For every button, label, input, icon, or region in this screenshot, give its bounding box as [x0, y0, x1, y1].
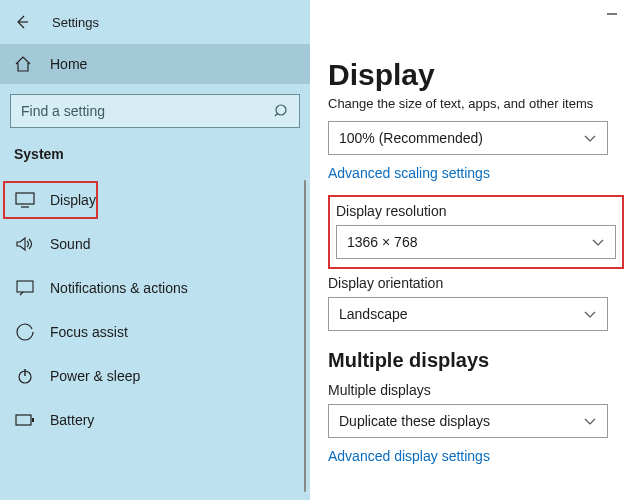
svg-rect-2 — [17, 281, 33, 292]
advanced-scaling-link[interactable]: Advanced scaling settings — [328, 165, 490, 181]
page-title: Display — [328, 58, 621, 92]
titlebar: Settings — [0, 0, 310, 44]
arrow-left-icon — [14, 14, 30, 30]
sidebar-item-battery[interactable]: Battery — [0, 398, 310, 442]
sound-icon — [14, 236, 36, 252]
sidebar: Settings Home System Display — [0, 0, 310, 500]
scale-label: Change the size of text, apps, and other… — [328, 96, 621, 111]
svg-rect-1 — [16, 193, 34, 204]
svg-rect-4 — [16, 415, 31, 425]
multiple-displays-value: Duplicate these displays — [339, 413, 490, 429]
sidebar-item-display[interactable]: Display — [0, 178, 310, 222]
group-heading: System — [0, 132, 310, 170]
resolution-label: Display resolution — [336, 203, 616, 219]
sidebar-item-focus-assist[interactable]: Focus assist — [0, 310, 310, 354]
scale-dropdown[interactable]: 100% (Recommended) — [328, 121, 608, 155]
power-icon — [14, 367, 36, 385]
resolution-value: 1366 × 768 — [347, 234, 417, 250]
minimize-icon — [606, 8, 618, 20]
advanced-display-link[interactable]: Advanced display settings — [328, 448, 490, 464]
multiple-displays-dropdown[interactable]: Duplicate these displays — [328, 404, 608, 438]
home-button[interactable]: Home — [0, 44, 310, 84]
scrollbar-indicator[interactable] — [304, 180, 306, 492]
window-title: Settings — [52, 15, 99, 30]
home-label: Home — [50, 56, 87, 72]
orientation-dropdown[interactable]: Landscape — [328, 297, 608, 331]
chevron-down-icon — [591, 235, 605, 249]
main-panel: Display Change the size of text, apps, a… — [310, 0, 631, 500]
multiple-displays-label: Multiple displays — [328, 382, 621, 398]
sidebar-item-label: Focus assist — [50, 324, 128, 340]
resolution-highlight: Display resolution 1366 × 768 — [328, 195, 624, 269]
sidebar-item-power-sleep[interactable]: Power & sleep — [0, 354, 310, 398]
display-icon — [14, 192, 36, 208]
home-icon — [14, 55, 36, 73]
orientation-label: Display orientation — [328, 275, 621, 291]
nav-list: Display Sound Notifications & actions Fo… — [0, 170, 310, 450]
notifications-icon — [14, 280, 36, 296]
sidebar-item-label: Sound — [50, 236, 90, 252]
focus-assist-icon — [14, 323, 36, 341]
chevron-down-icon — [583, 414, 597, 428]
sidebar-item-notifications[interactable]: Notifications & actions — [0, 266, 310, 310]
multiple-displays-heading: Multiple displays — [328, 349, 621, 372]
search-input[interactable] — [10, 94, 300, 128]
search-field[interactable] — [21, 103, 265, 119]
search-icon — [273, 102, 291, 120]
sidebar-item-sound[interactable]: Sound — [0, 222, 310, 266]
chevron-down-icon — [583, 307, 597, 321]
scale-value: 100% (Recommended) — [339, 130, 483, 146]
chevron-down-icon — [583, 131, 597, 145]
sidebar-item-label: Power & sleep — [50, 368, 140, 384]
minimize-button[interactable] — [601, 4, 623, 24]
orientation-value: Landscape — [339, 306, 408, 322]
resolution-dropdown[interactable]: 1366 × 768 — [336, 225, 616, 259]
sidebar-item-label: Notifications & actions — [50, 280, 188, 296]
battery-icon — [14, 414, 36, 426]
svg-rect-5 — [32, 418, 34, 422]
back-button[interactable] — [10, 10, 34, 34]
sidebar-item-label: Battery — [50, 412, 94, 428]
sidebar-item-label: Display — [50, 192, 96, 208]
